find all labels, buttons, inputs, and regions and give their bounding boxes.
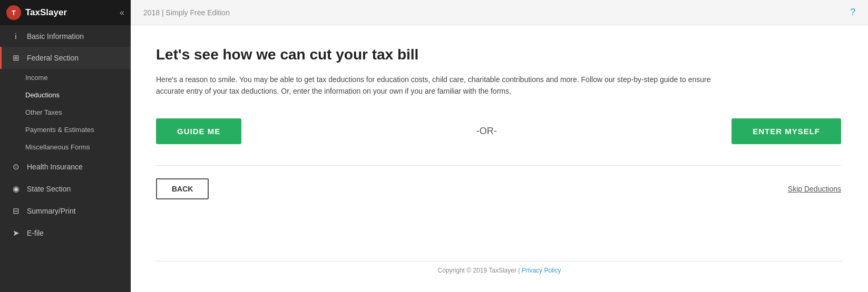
top-bar: 2018 | Simply Free Edition ?	[131, 0, 868, 25]
sidebar-item-federal-section[interactable]: ⊞ Federal Section	[0, 47, 131, 69]
brand-logo: T	[6, 5, 21, 20]
page-heading: Let's see how we can cut your tax bill	[156, 46, 843, 63]
collapse-icon[interactable]: «	[120, 8, 124, 17]
or-separator: -OR-	[476, 126, 497, 137]
sidebar-sub-label-payments-estimates: Payments & Estimates	[25, 126, 94, 134]
efile-icon: ➤	[10, 228, 22, 238]
sidebar-label-health-insurance: Health Insurance	[27, 163, 83, 171]
sidebar-label-summary-print: Summary/Print	[27, 207, 76, 215]
location-icon: ◉	[10, 184, 22, 194]
sidebar-label-state-section: State Section	[27, 185, 71, 193]
sidebar-item-state-section[interactable]: ◉ State Section	[0, 178, 131, 200]
sidebar-sub-item-payments-estimates[interactable]: Payments & Estimates	[0, 121, 131, 138]
enter-myself-button[interactable]: ENTER MYSELF	[732, 118, 841, 144]
sidebar-sub-label-income: Income	[25, 74, 48, 82]
main-content: 2018 | Simply Free Edition ? Let's see h…	[131, 0, 868, 292]
sidebar-sub-item-miscellaneous-forms[interactable]: Miscellaneous Forms	[0, 138, 131, 156]
sidebar-item-summary-print[interactable]: ⊟ Summary/Print	[0, 200, 131, 222]
footer: Copyright © 2019 TaxSlayer | Privacy Pol…	[156, 261, 843, 279]
print-icon: ⊟	[10, 206, 22, 216]
brand-name: TaxSlayer	[25, 7, 67, 18]
top-bar-title: 2018 | Simply Free Edition	[143, 8, 230, 17]
footer-text: Copyright © 2019 TaxSlayer |	[438, 267, 522, 274]
health-icon: ⊙	[10, 162, 22, 172]
content-area: Let's see how we can cut your tax bill H…	[131, 25, 868, 292]
help-icon[interactable]: ?	[850, 7, 855, 18]
sidebar: T TaxSlayer « i Basic Information ⊞ Fede…	[0, 0, 131, 292]
privacy-policy-link[interactable]: Privacy Policy	[522, 267, 561, 274]
back-button[interactable]: BACK	[156, 178, 209, 199]
sidebar-sub-label-other-taxes: Other Taxes	[25, 108, 62, 116]
info-icon: i	[10, 32, 22, 41]
sidebar-label-e-file: E-file	[27, 229, 44, 237]
federal-icon: ⊞	[10, 53, 22, 63]
sidebar-item-health-insurance[interactable]: ⊙ Health Insurance	[0, 156, 131, 178]
sidebar-sub-item-deductions[interactable]: Deductions	[0, 86, 131, 104]
brand-logo-text: T	[12, 9, 16, 17]
action-row: GUIDE ME -OR- ENTER MYSELF	[156, 118, 841, 144]
sidebar-label-federal-section: Federal Section	[27, 54, 79, 62]
skip-deductions-button[interactable]: Skip Deductions	[788, 185, 841, 193]
page-description: Here's a reason to smile. You may be abl…	[156, 74, 736, 97]
brand: T TaxSlayer	[6, 5, 67, 20]
sidebar-item-e-file[interactable]: ➤ E-file	[0, 222, 131, 244]
sidebar-sub-label-miscellaneous-forms: Miscellaneous Forms	[25, 143, 90, 151]
sidebar-sub-label-deductions: Deductions	[25, 91, 60, 99]
sidebar-sub-item-income[interactable]: Income	[0, 69, 131, 86]
sidebar-item-basic-information[interactable]: i Basic Information	[0, 25, 131, 47]
sidebar-header: T TaxSlayer «	[0, 0, 131, 25]
sidebar-sub-item-other-taxes[interactable]: Other Taxes	[0, 104, 131, 121]
guide-me-button[interactable]: GUIDE ME	[156, 118, 241, 144]
sidebar-label-basic-information: Basic Information	[27, 32, 84, 41]
bottom-row: BACK Skip Deductions	[156, 165, 841, 199]
